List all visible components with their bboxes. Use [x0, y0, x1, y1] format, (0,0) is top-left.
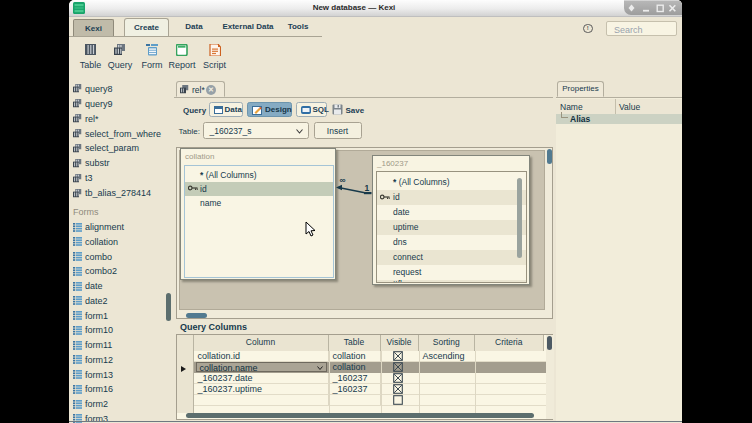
svg-text:∞: ∞	[340, 175, 346, 185]
svg-text:1: 1	[365, 183, 370, 193]
